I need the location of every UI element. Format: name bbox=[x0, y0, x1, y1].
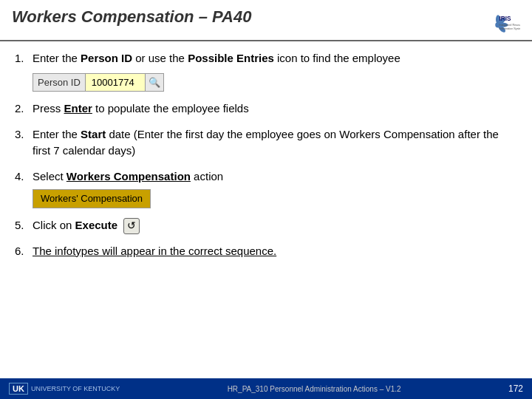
uk-university-label: UNIVERSITY OF KENTUCKY bbox=[31, 385, 120, 392]
footer-text: HR_PA_310 Personnel Administration Actio… bbox=[228, 385, 401, 393]
person-id-field-label: Person ID bbox=[33, 74, 86, 92]
person-id-widget[interactable]: Person ID 10001774 🔍 bbox=[33, 73, 164, 92]
step-5-number: 5. bbox=[15, 217, 33, 234]
page-title: Workers Compensation – PA40 bbox=[12, 7, 251, 27]
step-5: 5. Click on Execute ↺ bbox=[15, 217, 517, 234]
step-3-number: 3. bbox=[15, 126, 33, 143]
uk-logo: UK bbox=[9, 383, 28, 395]
step-4-text: Select Workers Compensation action bbox=[33, 168, 517, 185]
step-2: 2. Press Enter to populate the employee … bbox=[15, 100, 517, 117]
main-container: Workers Compensation – PA40 IRIS Integra… bbox=[0, 0, 532, 399]
step-1: 1. Enter the Person ID or use the Possib… bbox=[15, 50, 517, 92]
step-2-enter-label: Enter bbox=[64, 102, 92, 115]
step-3: 3. Enter the Start date (Enter the first… bbox=[15, 126, 517, 160]
workers-comp-widget[interactable]: Workers' Compensation bbox=[33, 189, 151, 208]
step-6-infotypes-label: The infotypes will appear in the correct… bbox=[33, 245, 276, 257]
step-4-number: 4. bbox=[15, 168, 33, 185]
step-1-content: Enter the Person ID or use the Possible … bbox=[33, 50, 517, 92]
person-id-lookup-icon[interactable]: 🔍 bbox=[145, 74, 163, 92]
step-2-content: Press Enter to populate the employee fie… bbox=[33, 100, 517, 117]
step-5-content: Click on Execute ↺ bbox=[33, 217, 517, 234]
step-6-content: The infotypes will appear in the correct… bbox=[33, 243, 517, 260]
step-4-workers-comp-label: Workers Compensation bbox=[66, 170, 191, 183]
svg-text:IRIS: IRIS bbox=[499, 16, 512, 22]
step-6-text: The infotypes will appear in the correct… bbox=[33, 243, 517, 260]
step-2-number: 2. bbox=[15, 100, 33, 117]
step-4: 4. Select Workers Compensation action Wo… bbox=[15, 168, 517, 208]
footer-page-number: 172 bbox=[508, 383, 523, 394]
footer-logo-area: UK UNIVERSITY OF KENTUCKY bbox=[9, 383, 120, 395]
step-1-text: Enter the Person ID or use the Possible … bbox=[33, 50, 517, 67]
workers-comp-widget-label: Workers' Compensation bbox=[41, 193, 143, 204]
content-area: 1. Enter the Person ID or use the Possib… bbox=[0, 41, 532, 378]
footer: UK UNIVERSITY OF KENTUCKY HR_PA_310 Pers… bbox=[0, 378, 532, 399]
step-3-text: Enter the Start date (Enter the first da… bbox=[33, 126, 517, 160]
header: Workers Compensation – PA40 IRIS Integra… bbox=[0, 0, 532, 41]
step-2-text: Press Enter to populate the employee fie… bbox=[33, 100, 517, 117]
execute-icon[interactable]: ↺ bbox=[123, 218, 140, 234]
svg-text:Information System: Information System bbox=[499, 27, 521, 30]
step-3-content: Enter the Start date (Enter the first da… bbox=[33, 126, 517, 160]
step-1-person-id-label: Person ID bbox=[81, 52, 132, 64]
step-5-text: Click on Execute ↺ bbox=[33, 217, 517, 234]
logo-area: IRIS Integrated Resource Information Sys… bbox=[476, 7, 520, 37]
person-id-field-value[interactable]: 10001774 bbox=[86, 74, 145, 92]
step-6-number: 6. bbox=[15, 243, 33, 260]
step-1-number: 1. bbox=[15, 50, 33, 67]
iris-logo-icon: IRIS Integrated Resource Information Sys… bbox=[476, 7, 520, 37]
step-1-possible-entries-label: Possible Entries bbox=[188, 52, 274, 64]
step-6: 6. The infotypes will appear in the corr… bbox=[15, 243, 517, 260]
step-5-execute-label: Execute bbox=[75, 219, 118, 231]
svg-text:Integrated Resource: Integrated Resource bbox=[499, 24, 521, 27]
step-4-content: Select Workers Compensation action Worke… bbox=[33, 168, 517, 208]
step-3-start-label: Start bbox=[81, 128, 106, 140]
